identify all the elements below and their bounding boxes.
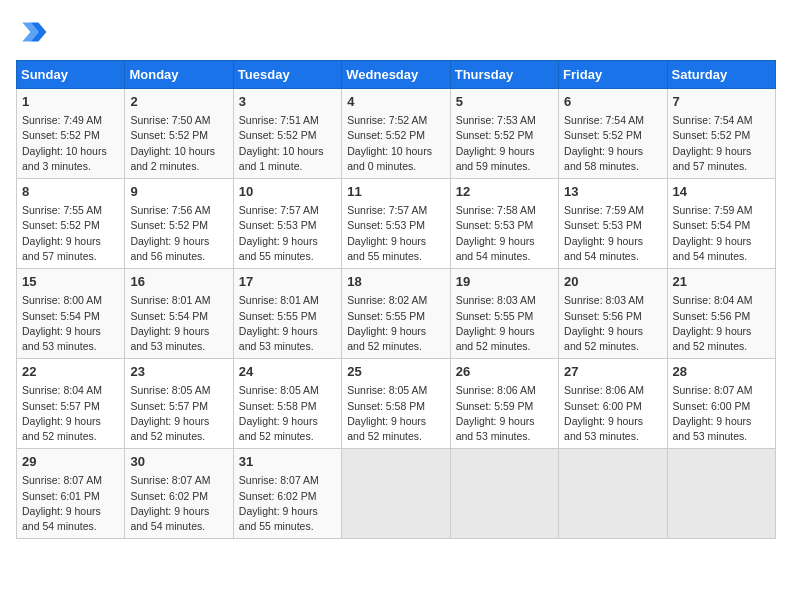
day-number: 30 xyxy=(130,453,227,471)
day-info: Sunrise: 8:06 AM Sunset: 5:59 PM Dayligh… xyxy=(456,383,553,444)
calendar-week-4: 22Sunrise: 8:04 AM Sunset: 5:57 PM Dayli… xyxy=(17,359,776,449)
day-info: Sunrise: 8:03 AM Sunset: 5:55 PM Dayligh… xyxy=(456,293,553,354)
calendar-cell: 6Sunrise: 7:54 AM Sunset: 5:52 PM Daylig… xyxy=(559,89,667,179)
day-info: Sunrise: 7:58 AM Sunset: 5:53 PM Dayligh… xyxy=(456,203,553,264)
calendar-cell: 25Sunrise: 8:05 AM Sunset: 5:58 PM Dayli… xyxy=(342,359,450,449)
day-info: Sunrise: 7:57 AM Sunset: 5:53 PM Dayligh… xyxy=(347,203,444,264)
day-number: 31 xyxy=(239,453,336,471)
calendar-cell: 4Sunrise: 7:52 AM Sunset: 5:52 PM Daylig… xyxy=(342,89,450,179)
day-info: Sunrise: 7:50 AM Sunset: 5:52 PM Dayligh… xyxy=(130,113,227,174)
dow-header-sunday: Sunday xyxy=(17,61,125,89)
dow-header-tuesday: Tuesday xyxy=(233,61,341,89)
day-info: Sunrise: 8:07 AM Sunset: 6:01 PM Dayligh… xyxy=(22,473,119,534)
day-info: Sunrise: 8:05 AM Sunset: 5:57 PM Dayligh… xyxy=(130,383,227,444)
day-info: Sunrise: 8:01 AM Sunset: 5:54 PM Dayligh… xyxy=(130,293,227,354)
day-info: Sunrise: 7:55 AM Sunset: 5:52 PM Dayligh… xyxy=(22,203,119,264)
calendar-cell: 1Sunrise: 7:49 AM Sunset: 5:52 PM Daylig… xyxy=(17,89,125,179)
day-number: 29 xyxy=(22,453,119,471)
day-info: Sunrise: 8:02 AM Sunset: 5:55 PM Dayligh… xyxy=(347,293,444,354)
calendar-cell: 16Sunrise: 8:01 AM Sunset: 5:54 PM Dayli… xyxy=(125,269,233,359)
calendar-body: 1Sunrise: 7:49 AM Sunset: 5:52 PM Daylig… xyxy=(17,89,776,539)
day-number: 21 xyxy=(673,273,770,291)
calendar-cell: 12Sunrise: 7:58 AM Sunset: 5:53 PM Dayli… xyxy=(450,179,558,269)
day-number: 17 xyxy=(239,273,336,291)
day-number: 9 xyxy=(130,183,227,201)
calendar-cell: 11Sunrise: 7:57 AM Sunset: 5:53 PM Dayli… xyxy=(342,179,450,269)
calendar-cell: 5Sunrise: 7:53 AM Sunset: 5:52 PM Daylig… xyxy=(450,89,558,179)
calendar-cell: 18Sunrise: 8:02 AM Sunset: 5:55 PM Dayli… xyxy=(342,269,450,359)
day-number: 12 xyxy=(456,183,553,201)
calendar-cell: 28Sunrise: 8:07 AM Sunset: 6:00 PM Dayli… xyxy=(667,359,775,449)
day-info: Sunrise: 8:03 AM Sunset: 5:56 PM Dayligh… xyxy=(564,293,661,354)
calendar-cell: 23Sunrise: 8:05 AM Sunset: 5:57 PM Dayli… xyxy=(125,359,233,449)
day-info: Sunrise: 8:04 AM Sunset: 5:56 PM Dayligh… xyxy=(673,293,770,354)
day-number: 27 xyxy=(564,363,661,381)
dow-header-thursday: Thursday xyxy=(450,61,558,89)
calendar-cell: 17Sunrise: 8:01 AM Sunset: 5:55 PM Dayli… xyxy=(233,269,341,359)
day-info: Sunrise: 8:04 AM Sunset: 5:57 PM Dayligh… xyxy=(22,383,119,444)
calendar-cell: 21Sunrise: 8:04 AM Sunset: 5:56 PM Dayli… xyxy=(667,269,775,359)
day-number: 6 xyxy=(564,93,661,111)
dow-header-wednesday: Wednesday xyxy=(342,61,450,89)
calendar-cell: 14Sunrise: 7:59 AM Sunset: 5:54 PM Dayli… xyxy=(667,179,775,269)
day-number: 25 xyxy=(347,363,444,381)
dow-header-saturday: Saturday xyxy=(667,61,775,89)
calendar-week-5: 29Sunrise: 8:07 AM Sunset: 6:01 PM Dayli… xyxy=(17,449,776,539)
calendar-cell: 22Sunrise: 8:04 AM Sunset: 5:57 PM Dayli… xyxy=(17,359,125,449)
day-number: 22 xyxy=(22,363,119,381)
calendar-cell: 15Sunrise: 8:00 AM Sunset: 5:54 PM Dayli… xyxy=(17,269,125,359)
calendar-cell: 27Sunrise: 8:06 AM Sunset: 6:00 PM Dayli… xyxy=(559,359,667,449)
calendar-cell: 29Sunrise: 8:07 AM Sunset: 6:01 PM Dayli… xyxy=(17,449,125,539)
day-number: 7 xyxy=(673,93,770,111)
calendar-week-2: 8Sunrise: 7:55 AM Sunset: 5:52 PM Daylig… xyxy=(17,179,776,269)
day-info: Sunrise: 8:00 AM Sunset: 5:54 PM Dayligh… xyxy=(22,293,119,354)
day-info: Sunrise: 8:07 AM Sunset: 6:00 PM Dayligh… xyxy=(673,383,770,444)
day-info: Sunrise: 8:05 AM Sunset: 5:58 PM Dayligh… xyxy=(239,383,336,444)
calendar-cell: 20Sunrise: 8:03 AM Sunset: 5:56 PM Dayli… xyxy=(559,269,667,359)
day-number: 28 xyxy=(673,363,770,381)
calendar-cell: 2Sunrise: 7:50 AM Sunset: 5:52 PM Daylig… xyxy=(125,89,233,179)
day-number: 18 xyxy=(347,273,444,291)
day-number: 3 xyxy=(239,93,336,111)
day-number: 14 xyxy=(673,183,770,201)
day-number: 5 xyxy=(456,93,553,111)
day-info: Sunrise: 7:59 AM Sunset: 5:54 PM Dayligh… xyxy=(673,203,770,264)
calendar-cell: 24Sunrise: 8:05 AM Sunset: 5:58 PM Dayli… xyxy=(233,359,341,449)
day-number: 2 xyxy=(130,93,227,111)
calendar-cell: 7Sunrise: 7:54 AM Sunset: 5:52 PM Daylig… xyxy=(667,89,775,179)
day-info: Sunrise: 7:51 AM Sunset: 5:52 PM Dayligh… xyxy=(239,113,336,174)
calendar-cell: 13Sunrise: 7:59 AM Sunset: 5:53 PM Dayli… xyxy=(559,179,667,269)
day-info: Sunrise: 8:01 AM Sunset: 5:55 PM Dayligh… xyxy=(239,293,336,354)
day-number: 8 xyxy=(22,183,119,201)
day-info: Sunrise: 7:49 AM Sunset: 5:52 PM Dayligh… xyxy=(22,113,119,174)
calendar-cell: 9Sunrise: 7:56 AM Sunset: 5:52 PM Daylig… xyxy=(125,179,233,269)
calendar-cell: 26Sunrise: 8:06 AM Sunset: 5:59 PM Dayli… xyxy=(450,359,558,449)
day-info: Sunrise: 8:07 AM Sunset: 6:02 PM Dayligh… xyxy=(130,473,227,534)
calendar-cell xyxy=(342,449,450,539)
calendar-cell: 3Sunrise: 7:51 AM Sunset: 5:52 PM Daylig… xyxy=(233,89,341,179)
day-number: 23 xyxy=(130,363,227,381)
calendar-cell: 8Sunrise: 7:55 AM Sunset: 5:52 PM Daylig… xyxy=(17,179,125,269)
day-info: Sunrise: 8:07 AM Sunset: 6:02 PM Dayligh… xyxy=(239,473,336,534)
calendar-cell: 10Sunrise: 7:57 AM Sunset: 5:53 PM Dayli… xyxy=(233,179,341,269)
logo xyxy=(16,16,52,48)
day-number: 19 xyxy=(456,273,553,291)
day-info: Sunrise: 7:52 AM Sunset: 5:52 PM Dayligh… xyxy=(347,113,444,174)
calendar-week-1: 1Sunrise: 7:49 AM Sunset: 5:52 PM Daylig… xyxy=(17,89,776,179)
calendar-cell xyxy=(559,449,667,539)
calendar-cell: 31Sunrise: 8:07 AM Sunset: 6:02 PM Dayli… xyxy=(233,449,341,539)
calendar-cell xyxy=(667,449,775,539)
calendar-cell: 30Sunrise: 8:07 AM Sunset: 6:02 PM Dayli… xyxy=(125,449,233,539)
day-info: Sunrise: 7:54 AM Sunset: 5:52 PM Dayligh… xyxy=(673,113,770,174)
day-info: Sunrise: 7:56 AM Sunset: 5:52 PM Dayligh… xyxy=(130,203,227,264)
page-header xyxy=(16,16,776,48)
calendar-header: SundayMondayTuesdayWednesdayThursdayFrid… xyxy=(17,61,776,89)
dow-header-monday: Monday xyxy=(125,61,233,89)
day-number: 4 xyxy=(347,93,444,111)
day-number: 13 xyxy=(564,183,661,201)
calendar-week-3: 15Sunrise: 8:00 AM Sunset: 5:54 PM Dayli… xyxy=(17,269,776,359)
day-info: Sunrise: 7:57 AM Sunset: 5:53 PM Dayligh… xyxy=(239,203,336,264)
day-number: 15 xyxy=(22,273,119,291)
day-number: 10 xyxy=(239,183,336,201)
calendar-table: SundayMondayTuesdayWednesdayThursdayFrid… xyxy=(16,60,776,539)
